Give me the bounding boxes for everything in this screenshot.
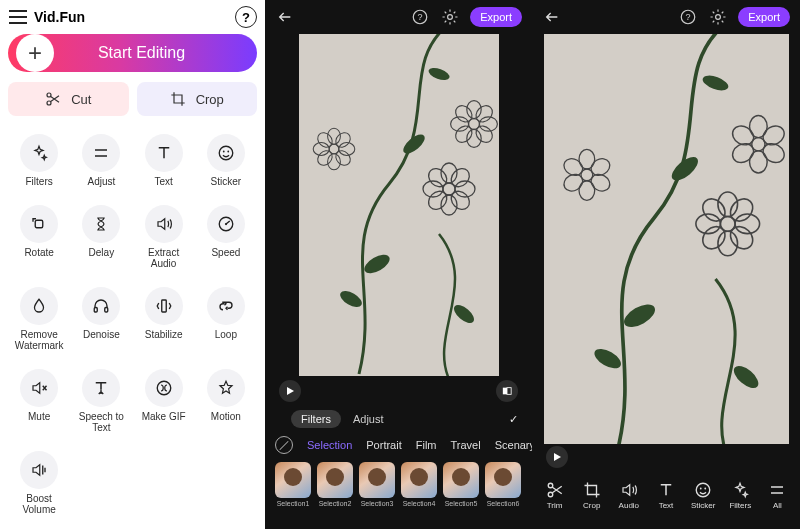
bottom-crop[interactable]: Crop [575,481,609,510]
filter-thumb[interactable]: Selection6 [485,462,521,507]
play-button[interactable] [546,446,568,468]
apply-check-icon[interactable]: ✓ [509,413,518,426]
export-button[interactable]: Export [738,7,790,27]
tool-stabilize[interactable]: Stabilize [133,281,195,357]
tool-label: Speech to Text [73,411,129,433]
tool-loop[interactable]: Loop [195,281,257,357]
category-portrait[interactable]: Portrait [366,439,401,451]
tool-label: Mute [28,411,50,422]
bottom-all[interactable]: All [760,481,794,510]
tool-label: Extract Audio [136,247,192,269]
thumb-label: Selection1 [277,500,310,507]
cut-button[interactable]: Cut [8,82,129,116]
cut-crop-row: Cut Crop [8,82,257,116]
bottom-label: Sticker [691,501,715,510]
tool-label: Stabilize [145,329,183,340]
gear-icon[interactable] [708,7,728,27]
smile-icon [207,134,245,172]
crop-label: Crop [196,92,224,107]
tool-sticker[interactable]: Sticker [195,128,257,193]
svg-point-31 [716,15,721,20]
star-icon [207,369,245,407]
thumb-image [485,462,521,498]
text-icon [145,134,183,172]
right-panel: ? Export TrimCropAudioTextStickerFilters… [532,0,800,529]
svg-point-3 [223,151,225,153]
bottom-label: Audio [619,501,639,510]
tab-filters[interactable]: Filters [291,410,341,428]
category-film[interactable]: Film [416,439,437,451]
tool-motion[interactable]: Motion [195,363,257,439]
tab-adjust[interactable]: Adjust [353,413,384,425]
tool-label: Text [154,176,172,187]
no-filter-icon[interactable] [275,436,293,454]
bottom-trim[interactable]: Trim [538,481,572,510]
menu-icon[interactable] [8,7,28,27]
tool-speed[interactable]: Speed [195,199,257,275]
filter-thumb[interactable]: Selection5 [443,462,479,507]
svg-rect-9 [105,308,108,313]
filter-thumb[interactable]: Selection3 [359,462,395,507]
start-editing-label: Start Editing [54,44,257,62]
tool-label: Make GIF [142,411,186,422]
bottom-filters[interactable]: Filters [723,481,757,510]
thumb-label: Selection4 [403,500,436,507]
bottom-sticker[interactable]: Sticker [686,481,720,510]
tool-delay[interactable]: Delay [70,199,132,275]
tool-mute[interactable]: Mute [8,363,70,439]
svg-text:?: ? [418,12,423,22]
play-button[interactable] [279,380,301,402]
category-travel[interactable]: Travel [451,439,481,451]
tool-speech-to-text[interactable]: Speech to Text [70,363,132,439]
tool-make-gif[interactable]: Make GIF [133,363,195,439]
tool-rotate[interactable]: Rotate [8,199,70,275]
bottom-text[interactable]: Text [649,481,683,510]
right-preview[interactable] [544,34,789,444]
back-icon[interactable] [542,7,562,27]
thumb-label: Selection3 [361,500,394,507]
right-play-row [532,444,800,470]
tool-extract-audio[interactable]: Extract Audio [133,199,195,275]
help-icon[interactable]: ? [410,7,430,27]
svg-point-63 [696,483,710,497]
compare-button[interactable] [496,380,518,402]
tool-filters[interactable]: Filters [8,128,70,193]
svg-point-14 [448,15,453,20]
tool-adjust[interactable]: Adjust [70,128,132,193]
help-icon[interactable]: ? [678,7,698,27]
bottom-label: Filters [729,501,751,510]
center-panel: ? Export Filters Adjust ✓ [265,0,532,529]
category-scenary[interactable]: Scenary [495,439,532,451]
stabilize-icon [145,287,183,325]
tool-denoise[interactable]: Denoise [70,281,132,357]
tool-remove-watermark[interactable]: Remove Watermark [8,281,70,357]
tool-label: Motion [211,411,241,422]
mute-icon [20,369,58,407]
filter-categories: SelectionPortraitFilmTravelScenary [265,432,532,458]
tool-boost-volume[interactable]: Boost Volume [8,445,70,521]
bottom-label: Text [659,501,674,510]
filter-thumb[interactable]: Selection4 [401,462,437,507]
export-button[interactable]: Export [470,7,522,27]
category-selection[interactable]: Selection [307,439,352,451]
back-icon[interactable] [275,7,295,27]
left-header: Vid.Fun ? [8,6,257,28]
crop-button[interactable]: Crop [137,82,258,116]
help-icon[interactable]: ? [235,6,257,28]
center-preview[interactable] [299,34,499,376]
scissors-icon [45,91,61,107]
start-editing-button[interactable]: + Start Editing [8,34,257,72]
gear-icon[interactable] [440,7,460,27]
filter-thumbnails: Selection1Selection2Selection3Selection4… [265,458,532,513]
filter-thumb[interactable]: Selection2 [317,462,353,507]
tool-text[interactable]: Text [133,128,195,193]
thumb-label: Selection6 [487,500,520,507]
drop-icon [20,287,58,325]
hourglass-icon [82,205,120,243]
crop-icon [583,481,601,499]
rotate-icon [20,205,58,243]
bottom-audio[interactable]: Audio [612,481,646,510]
bottom-toolbar: TrimCropAudioTextStickerFiltersAll [532,470,800,520]
filter-thumb[interactable]: Selection1 [275,462,311,507]
thumb-image [443,462,479,498]
